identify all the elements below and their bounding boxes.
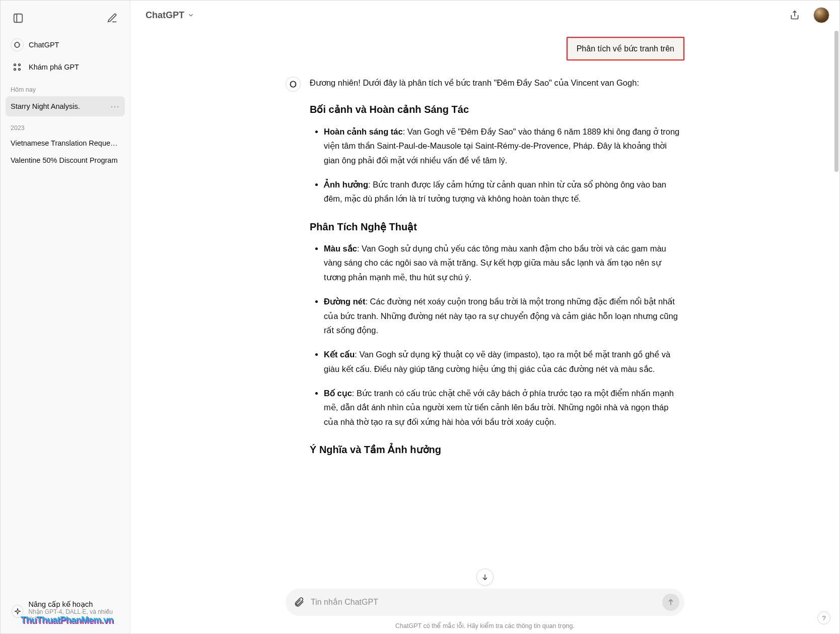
bullet-item: Đường nét: Các đường nét xoáy cuộn trong…	[324, 294, 684, 337]
main-panel: ChatGPT Phân tích về bức tranh trên	[130, 1, 839, 633]
nav-chatgpt[interactable]: ChatGPT	[6, 34, 125, 56]
scroll-to-bottom-button[interactable]	[476, 568, 494, 586]
bullet-item: Kết cấu: Van Gogh sử dụng kỹ thuật cọ vẽ…	[324, 347, 684, 376]
bullet-title: Kết cấu	[324, 350, 355, 359]
bullet-item: Màu sắc: Van Gogh sử dụng chủ yếu các tô…	[324, 241, 684, 284]
upgrade-plan-button[interactable]: Nâng cấp kế hoạch Nhận GPT-4, DALL·E, và…	[10, 596, 121, 626]
scrollbar[interactable]	[834, 31, 838, 172]
composer	[286, 589, 684, 616]
bullet-body: : Bức tranh có cấu trúc chặt chẽ với cây…	[324, 389, 674, 426]
avatar[interactable]	[813, 7, 829, 23]
history-section-2023: 2023	[6, 116, 125, 135]
nav-item-label: Khám phá GPT	[29, 63, 79, 71]
help-button[interactable]: ?	[817, 611, 830, 624]
bullet-body: : Van Gogh sử dụng kỹ thuật cọ vẽ dày (i…	[324, 350, 670, 373]
history-item-label: Starry Night Analysis.	[11, 102, 80, 110]
user-message-text: Phân tích về bức tranh trên	[577, 44, 674, 53]
assistant-intro: Đương nhiên! Dưới đây là phân tích về bứ…	[310, 76, 684, 90]
svg-point-5	[14, 69, 16, 71]
svg-point-6	[19, 69, 21, 71]
send-button[interactable]	[662, 594, 679, 611]
history-item[interactable]: Vietnamese Translation Requested	[6, 135, 125, 152]
bullet-item: Ảnh hưởng: Bức tranh được lấy cảm hứng t…	[324, 177, 684, 206]
conversation-scroll[interactable]: Phân tích về bức tranh trên Đương nhiên!…	[130, 30, 839, 589]
nav-item-label: ChatGPT	[29, 41, 59, 49]
chevron-down-icon	[187, 12, 194, 19]
bullet-item: Bố cục: Bức tranh có cấu trúc chặt chẽ v…	[324, 386, 684, 429]
disclaimer-text: ChatGPT có thể mắc lỗi. Hãy kiểm tra các…	[130, 619, 839, 633]
bullet-item: Hoàn cảnh sáng tác: Van Gogh vẽ "Đêm Đầy…	[324, 124, 684, 167]
history-item[interactable]: Valentine 50% Discount Program	[6, 152, 125, 169]
sidebar: ChatGPT Khám phá GPT Hôm nay Starry Nigh…	[1, 1, 130, 633]
upgrade-subtitle: Nhận GPT-4, DALL·E, và nhiều tính...	[28, 608, 119, 622]
history-section-today: Hôm nay	[6, 78, 125, 96]
message-input[interactable]	[311, 598, 656, 607]
assistant-avatar-icon	[286, 77, 301, 92]
upgrade-title: Nâng cấp kế hoạch	[28, 600, 119, 608]
user-message: Phân tích về bức tranh trên	[567, 37, 684, 60]
new-chat-button[interactable]	[103, 9, 122, 28]
more-icon[interactable]: ⋯	[110, 101, 120, 112]
assistant-message: Đương nhiên! Dưới đây là phân tích về bứ…	[286, 76, 684, 459]
truncated-heading: Ý Nghĩa và Tầm Ảnh hưởng	[310, 441, 684, 458]
model-switcher[interactable]: ChatGPT	[141, 7, 199, 24]
bullet-title: Bố cục	[324, 389, 352, 398]
chatgpt-logo-icon	[11, 38, 24, 51]
history-item[interactable]: Starry Night Analysis. ⋯	[6, 96, 125, 116]
share-button[interactable]	[785, 6, 804, 25]
svg-point-3	[14, 64, 16, 66]
svg-rect-0	[14, 14, 23, 23]
nav-explore-gpt[interactable]: Khám phá GPT	[6, 56, 125, 78]
bullet-title: Hoàn cảnh sáng tác	[324, 127, 403, 136]
section-heading: Bối cảnh và Hoàn cảnh Sáng Tác	[310, 101, 684, 118]
attach-icon[interactable]	[294, 596, 305, 609]
sparkle-icon	[12, 605, 23, 618]
topbar: ChatGPT	[130, 1, 839, 30]
bullet-title: Đường nét	[324, 297, 365, 306]
model-name: ChatGPT	[146, 10, 184, 21]
grid-icon	[11, 60, 24, 74]
collapse-sidebar-button[interactable]	[9, 9, 28, 28]
bullet-body: : Van Gogh sử dụng chủ yếu các tông màu …	[324, 244, 666, 282]
history-item-label: Valentine 50% Discount Program	[11, 156, 118, 164]
bullet-title: Ảnh hưởng	[324, 180, 368, 189]
history-item-label: Vietnamese Translation Requested	[11, 139, 120, 147]
bullet-body: : Các đường nét xoáy cuộn trong bầu trời…	[324, 297, 678, 335]
section-heading: Phân Tích Nghệ Thuật	[310, 218, 684, 235]
svg-point-4	[19, 64, 21, 66]
bullet-title: Màu sắc	[324, 244, 357, 253]
bullet-body: : Bức tranh được lấy cảm hứng từ cảnh qu…	[324, 180, 666, 203]
